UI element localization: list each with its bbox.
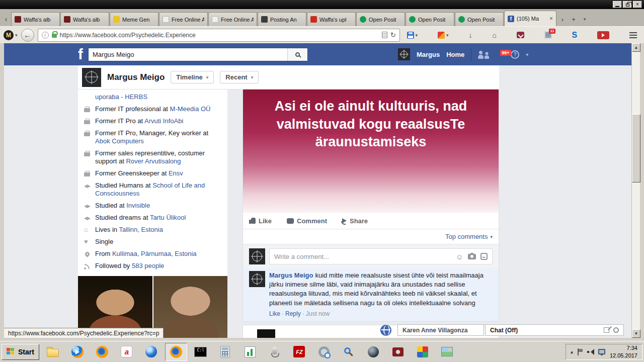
info-link[interactable]: Kullimaa, Pärnumaa, Estonia [112,250,197,257]
facebook-logo[interactable]: f [78,45,83,64]
app-menu-button[interactable]: M ▾ [4,30,18,40]
taskbar-command-prompt[interactable]: C:\ [190,343,212,361]
post-image[interactable]: Asi ei ole ainult kultuuris, nad valmist… [243,89,499,213]
info-link[interactable]: Rover Arvutisalong [126,157,181,165]
profile-link[interactable]: Margus [417,51,440,58]
timeline-dropdown[interactable]: Timeline▾ [171,71,214,83]
comment-like-link[interactable]: Like [269,310,280,317]
info-link[interactable]: uporaba - HERBS [95,93,147,101]
taskbar-clock[interactable]: 7:34 12.05.2017 [610,344,637,359]
browser-tab[interactable]: Waffa's alb [11,12,60,26]
save-page-button[interactable]: ▾ [406,29,420,42]
info-link[interactable]: Tartu Ülikool [150,214,186,221]
menu-button[interactable] [628,29,638,42]
info-link[interactable]: Invisible [126,202,150,209]
start-button[interactable]: Start [2,344,39,360]
sessions-button[interactable]: 11 [543,29,553,42]
browser-tab[interactable]: Free Online An [208,12,257,26]
taskbar-firefox-active[interactable] [165,343,187,361]
chat-tab-friend[interactable]: Karen Anne Villagonza [397,324,484,336]
taskbar-photo-viewer[interactable] [436,343,458,361]
taskbar-media-sphere[interactable] [362,343,384,361]
taskbar-paint[interactable] [412,343,434,361]
camera-icon[interactable] [468,254,476,259]
scrollbar-thumb[interactable] [632,114,640,183]
tab-scroll-left-button[interactable]: ‹ [1,12,11,26]
downloads-button[interactable]: ↓ [467,29,473,42]
comment-reply-link[interactable]: Reply [285,310,301,317]
taskbar-utilities[interactable] [313,343,335,361]
info-link[interactable]: Ensv [169,169,183,177]
tab-close-icon[interactable]: × [549,15,553,22]
skype-button[interactable]: S [571,29,579,42]
taskbar-aimp[interactable]: a [116,343,138,361]
new-tab-button[interactable]: + [568,12,579,26]
taskbar-spreadsheet[interactable] [239,343,261,361]
account-caret-icon[interactable]: ▾ [526,52,528,57]
close-button[interactable]: × [633,1,642,8]
taskbar-folder[interactable] [42,343,64,361]
addon-button[interactable]: ▾ [436,29,450,42]
next-post-image[interactable] [257,329,275,338]
back-button[interactable]: ← [21,29,34,42]
browser-tab-active[interactable]: (105) Ma× [504,11,556,26]
flag-icon[interactable] [578,348,583,355]
taskbar-media-player[interactable] [66,343,89,361]
comment-input-box[interactable]: ☺ [269,248,493,264]
top-comments-dropdown[interactable]: Top comments ▾ [243,229,499,244]
page-info-icon[interactable]: i [42,32,49,39]
sticker-icon[interactable] [480,253,488,260]
chat-globe-icon[interactable] [380,325,391,336]
browser-tab[interactable]: Posting An [258,12,306,26]
commenter-avatar[interactable] [249,271,265,287]
vertical-scrollbar[interactable]: ▲ ▼ [631,43,640,338]
browser-tab[interactable]: Open Posit [356,12,405,26]
taskbar-camera-app[interactable] [387,343,409,361]
taskbar-filezilla[interactable]: FZ [288,343,310,361]
scroll-down-button[interactable]: ▼ [632,329,640,338]
new-message-icon[interactable] [604,327,609,333]
tab-scroll-right-button[interactable]: › [557,12,568,26]
url-bar[interactable]: i https://www.facebook.com/Psychedelic.E… [38,29,400,42]
info-link[interactable]: Tallinn, Estonia [119,226,163,233]
profile-avatar[interactable] [82,68,101,87]
recent-dropdown[interactable]: Recent▾ [220,71,259,83]
chat-bar[interactable]: Chat (Off) [485,324,624,336]
info-link[interactable]: Abok Computers [95,137,144,145]
comment-author-link[interactable]: Margus Meigo [269,272,313,279]
search-button[interactable] [287,48,307,61]
display-icon[interactable] [598,349,605,354]
taskbar-calculator[interactable] [214,343,236,361]
browser-tab[interactable]: Meme Gen [110,12,158,26]
browser-tab[interactable]: Open Posit [455,12,504,26]
home-link[interactable]: Home [446,51,464,58]
chat-settings-gear-icon[interactable] [613,327,619,333]
browser-tab[interactable]: Open Posit [406,12,454,26]
taskbar-search[interactable] [338,343,360,361]
reader-mode-icon[interactable] [382,32,387,38]
taskbar-microphone[interactable] [264,343,286,361]
avatar[interactable] [398,48,410,60]
browser-tab[interactable]: Waffa's upl [307,12,356,26]
friend-requests-icon[interactable] [478,50,491,59]
volume-icon[interactable] [587,349,594,355]
tab-list-button[interactable]: ▾ [579,12,590,26]
emoji-icon[interactable]: ☺ [456,252,463,261]
comment-input[interactable] [274,253,451,260]
search-input[interactable] [89,48,287,61]
comment-button[interactable]: Comment [287,217,327,225]
info-link[interactable]: M-Meedia OÜ [170,105,211,113]
info-link[interactable]: Arvuti InfoAbi [144,117,183,125]
tray-expand-icon[interactable]: ▴ [571,349,573,354]
home-button[interactable]: ⌂ [491,29,498,42]
refresh-icon[interactable]: ↻ [390,31,396,39]
browser-tab[interactable]: Waffa's alb [60,12,109,26]
pocket-button[interactable] [515,29,526,42]
browser-tab[interactable]: Free Online An [159,12,208,26]
info-link[interactable]: 583 people [132,262,164,269]
minimize-button[interactable] [613,1,622,8]
share-button[interactable]: Share [342,217,368,225]
taskbar-blue-app[interactable] [140,343,163,361]
restore-button[interactable] [623,1,632,8]
youtube-button[interactable] [596,29,611,42]
